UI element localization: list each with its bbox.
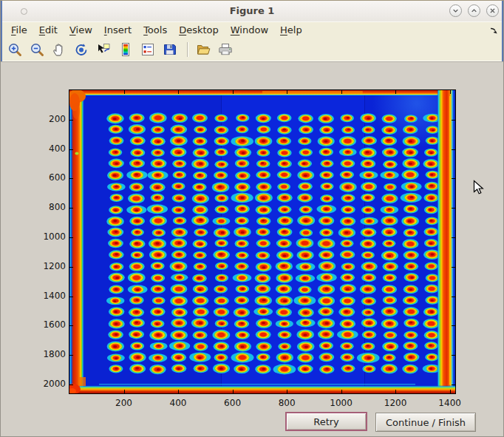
y-tick-label: 400 <box>35 143 66 154</box>
print-figure-button[interactable] <box>217 41 235 58</box>
mouse-cursor <box>473 180 484 196</box>
figure-toolbar <box>1 38 503 61</box>
chevron-down-icon <box>450 5 461 16</box>
y-tick-label: 1800 <box>35 349 66 359</box>
window-border-accent-right <box>502 1 503 61</box>
zoom-out-icon <box>30 42 44 57</box>
x-tick-label: 600 <box>215 398 251 408</box>
y-tick-label: 1400 <box>35 291 66 301</box>
y-tick-label: 600 <box>35 172 66 183</box>
x-tick-label: 400 <box>160 398 196 408</box>
zoom-in-button[interactable] <box>7 41 24 58</box>
menu-bar-items: FileEditViewInsertToolsDesktopWindowHelp <box>1 22 503 38</box>
zoom-in-icon <box>7 42 22 57</box>
maximize-window-button[interactable] <box>468 4 480 17</box>
y-tick-label: 1200 <box>35 261 66 271</box>
menu-item-edit[interactable]: Edit <box>33 23 64 37</box>
open-file-button[interactable] <box>195 41 213 58</box>
open-folder-icon <box>196 42 211 57</box>
menu-item-file[interactable]: File <box>5 23 33 37</box>
x-tick-label: 1400 <box>432 398 468 408</box>
save-icon <box>163 42 177 57</box>
menu-item-desktop[interactable]: Desktop <box>173 23 225 37</box>
x-tick-label: 1200 <box>378 398 413 408</box>
chevron-up-icon <box>469 5 480 16</box>
close-window-button[interactable] <box>486 4 499 17</box>
y-tick-label: 800 <box>35 202 66 212</box>
insert-legend-button[interactable] <box>140 41 157 58</box>
axes <box>69 89 456 394</box>
save-figure-button[interactable] <box>162 41 180 58</box>
printer-icon <box>218 42 233 57</box>
zoom-out-button[interactable] <box>29 41 47 58</box>
x-tick-label: 200 <box>106 398 142 408</box>
rotate-3d-icon <box>74 42 89 57</box>
y-tick-label: 200 <box>35 114 66 124</box>
data-cursor-button[interactable] <box>95 41 113 58</box>
window-border-accent-left <box>1 1 2 61</box>
figure-window: Figure 1 FileEditViewInsertToolsDesktopW… <box>0 0 504 437</box>
data-cursor-icon <box>96 42 111 57</box>
window-controls <box>449 4 499 17</box>
colorbar-icon <box>118 42 133 57</box>
x-tick-label: 1000 <box>324 398 359 408</box>
dock-figure-icon[interactable] <box>489 26 498 35</box>
toolbar-separator <box>187 42 188 57</box>
window-title: Figure 1 <box>1 5 503 16</box>
title-bar: Figure 1 <box>1 1 503 22</box>
menu-item-view[interactable]: View <box>64 23 98 37</box>
continue-finish-button[interactable]: Continue / Finish <box>375 413 476 432</box>
insert-colorbar-button[interactable] <box>118 41 135 58</box>
shade-window-button[interactable] <box>449 4 462 17</box>
rotate-3d-button[interactable] <box>73 41 91 58</box>
retry-button[interactable]: Retry <box>285 412 367 431</box>
menu-item-help[interactable]: Help <box>274 23 308 37</box>
heatmap-canvas <box>69 90 455 393</box>
menu-item-tools[interactable]: Tools <box>137 23 173 37</box>
legend-icon <box>140 42 155 57</box>
x-tick-label: 800 <box>269 398 304 408</box>
menu-item-window[interactable]: Window <box>225 23 274 37</box>
figure-area: Retry Continue / Finish 2004006008001000… <box>1 61 503 436</box>
menu-item-insert[interactable]: Insert <box>98 23 137 37</box>
pan-hand-icon <box>52 42 67 57</box>
pan-button[interactable] <box>51 41 69 58</box>
y-tick-label: 1600 <box>35 319 66 330</box>
y-tick-label: 1000 <box>35 231 66 242</box>
menu-bar: FileEditViewInsertToolsDesktopWindowHelp <box>1 21 503 38</box>
y-tick-label: 2000 <box>35 379 66 389</box>
close-icon <box>487 5 498 16</box>
